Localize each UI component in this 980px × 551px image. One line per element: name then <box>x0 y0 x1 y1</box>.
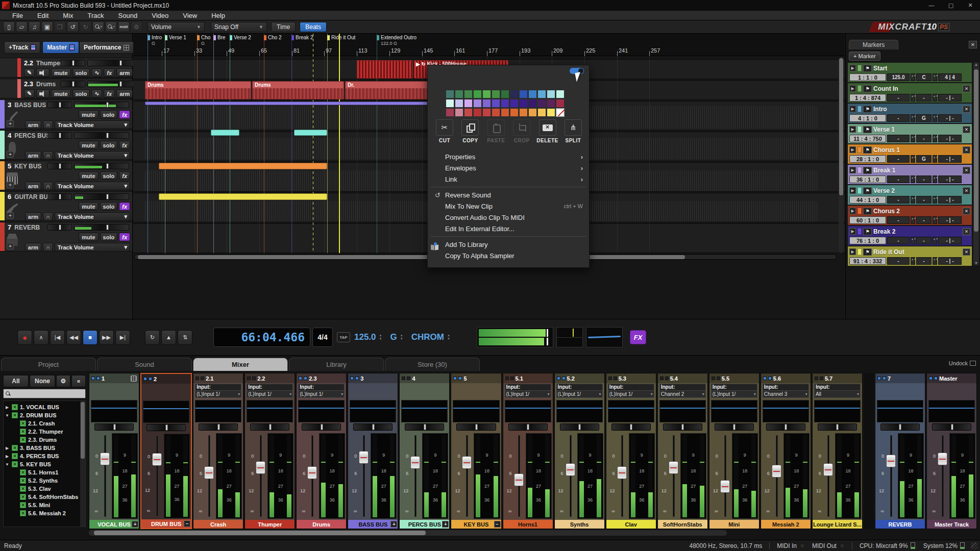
strip-name-label[interactable]: BASS BUS+ <box>348 520 398 529</box>
color-swatch[interactable] <box>474 99 481 107</box>
flag-icon[interactable]: ⚑ <box>863 187 872 194</box>
snap-dropdown[interactable]: Snap Off▼ <box>211 22 267 32</box>
ruler-marker-intro[interactable]: Intro <box>148 35 162 40</box>
channel-checkbox[interactable]: ✕ <box>20 420 26 427</box>
color-swatch[interactable] <box>501 109 509 116</box>
arm-button[interactable]: arm <box>25 151 41 160</box>
strip-name-label[interactable]: VOCAL BUS+ <box>89 520 139 529</box>
marker-signature-field[interactable]: - | - <box>938 216 962 224</box>
tempo-spinner[interactable]: ▲▼ <box>911 237 915 244</box>
channel-strip-5.7[interactable]: 5.7Input:All▾0612∞9182736Lounge Lizard S… <box>812 373 863 529</box>
strip-eq-display[interactable] <box>401 400 448 422</box>
track-volume-dropdown[interactable]: Track Volume▾ <box>55 243 130 252</box>
tree-item-2-2-thumper[interactable]: ✕2.2. Thumper <box>5 428 84 436</box>
channel-checkbox[interactable]: ✕ <box>20 429 26 435</box>
channel-checkbox[interactable]: ✕ <box>20 494 26 500</box>
volume-slider[interactable] <box>74 224 129 231</box>
marker-signature-field[interactable]: - | - <box>938 94 962 102</box>
marker-signature-field[interactable]: - | - <box>938 237 962 244</box>
pan-handle[interactable] <box>59 194 61 199</box>
marker-color-chip[interactable] <box>857 228 862 235</box>
channel-strip-master[interactable]: Master0612∞9182736Master Track <box>926 373 977 529</box>
strip-pan-slider[interactable] <box>715 423 754 431</box>
clip-drums[interactable]: Drums <box>252 81 344 99</box>
volume-fader[interactable] <box>255 433 266 519</box>
key-spinner[interactable]: ▲▼ <box>933 237 937 244</box>
marker-delete-button[interactable]: ✕ <box>963 187 970 194</box>
cut-button[interactable]: ✂CUT <box>433 119 456 143</box>
tree-item-2-3-drums[interactable]: ✕2.3. Drums <box>5 436 84 444</box>
master-track-button[interactable]: Master <box>42 41 79 54</box>
marker-tempo-field[interactable]: - <box>887 155 910 163</box>
volume-slider[interactable] <box>74 163 129 169</box>
strip-name-label[interactable]: Horns1 <box>503 520 553 529</box>
strip-name-label[interactable]: Synths <box>555 520 604 529</box>
marker-key-field[interactable]: - <box>916 216 932 224</box>
fx-button[interactable]: fx <box>119 202 130 211</box>
redo-icon[interactable]: ↻ <box>80 21 91 32</box>
flag-icon[interactable]: ⚑ <box>863 228 872 235</box>
volume-fader[interactable] <box>461 433 473 519</box>
pan-slider[interactable] <box>61 81 85 87</box>
fader-handle[interactable] <box>152 453 162 466</box>
lock-icon[interactable]: ∩ <box>43 182 53 190</box>
color-swatch[interactable] <box>538 99 546 107</box>
key-spinner[interactable]: ▲▼ <box>933 73 937 81</box>
color-swatch[interactable] <box>547 90 555 98</box>
volume-fader[interactable] <box>937 433 948 519</box>
tempo-spinner[interactable]: ▲▼ <box>911 73 915 81</box>
mute-button[interactable]: mute <box>51 89 70 98</box>
marker-color-chip[interactable] <box>857 106 862 112</box>
import-audio-icon[interactable]: ♫ <box>29 21 40 32</box>
strip-name-label[interactable]: PERCS BUS+ <box>400 520 449 529</box>
pan-handle[interactable] <box>899 424 901 430</box>
color-swatch[interactable] <box>446 90 454 98</box>
add-subtrack-button[interactable]: + <box>7 182 14 188</box>
menu-item-edit-in-external-editor-[interactable]: Edit In External Editor... <box>428 223 589 234</box>
marker-delete-button[interactable]: ✕ <box>963 85 970 92</box>
color-swatch[interactable] <box>455 109 463 116</box>
color-swatch[interactable] <box>520 90 527 98</box>
strip-pan-slider[interactable] <box>302 423 341 431</box>
strip-pan-slider[interactable] <box>508 423 548 431</box>
tree-down-arrow-icon[interactable]: ▼ <box>5 413 10 418</box>
volume-slider[interactable] <box>74 193 129 200</box>
new-project-icon[interactable]: ▯ <box>3 21 15 32</box>
zoom-out-icon[interactable]: − <box>105 21 117 32</box>
strip-pan-slider[interactable] <box>818 423 857 431</box>
pan-handle[interactable] <box>165 424 168 431</box>
track-row-3[interactable]: 3BASS BUSmutesolofxarm∩Track Volume▾+ <box>0 99 132 129</box>
marker-key-field[interactable]: - <box>916 94 932 102</box>
channel-strip-5.4[interactable]: 5.4Input:Channel 2▾0612∞9182736SoftHornS… <box>657 373 708 529</box>
flag-icon[interactable]: ⚑ <box>863 85 872 92</box>
strip-name-label[interactable]: DRUM BUS− <box>141 519 191 528</box>
volume-fader[interactable] <box>617 433 628 519</box>
color-swatch[interactable] <box>501 90 509 98</box>
strip-eq-display[interactable] <box>195 400 241 422</box>
color-swatch[interactable] <box>492 109 500 116</box>
track-row-6[interactable]: 6GUITAR BUSmutesolofxarm∩Track Volume▾+ <box>0 191 132 221</box>
marker-expand-button[interactable]: ▶ <box>849 65 856 71</box>
channel-checkbox[interactable]: ✕ <box>12 404 18 410</box>
pan-slider[interactable] <box>47 193 72 200</box>
marker-expand-button[interactable]: ▶ <box>849 228 856 235</box>
tree-right-arrow-icon[interactable]: ▶ <box>5 446 10 450</box>
strip-eq-display[interactable] <box>453 400 499 422</box>
track-volume-dropdown[interactable]: Track Volume▾ <box>55 151 130 160</box>
marker-signature-field[interactable]: 4 | 4 <box>938 73 962 81</box>
menu-item-envelopes[interactable]: Envelopes› <box>428 162 589 173</box>
automation-button[interactable]: ⇅ <box>178 330 192 345</box>
color-swatch[interactable] <box>501 99 509 107</box>
volume-handle[interactable] <box>106 194 109 199</box>
marker-time-field[interactable]: 36 : 1 : 0 <box>849 176 886 183</box>
tree-item-5-key-bus[interactable]: ▼✕5. KEY BUS <box>5 460 84 468</box>
color-swatch[interactable] <box>455 90 463 98</box>
ruler-marker-cho[interactable]: Cho <box>197 35 210 40</box>
pan-handle[interactable] <box>59 163 61 169</box>
split-button[interactable]: ⋔SPLIT <box>561 119 585 143</box>
channel-checkbox[interactable]: ✕ <box>12 412 18 418</box>
channel-strip-5.1[interactable]: 5.1Input:(L)Input 1/▾0612∞9182736Horns1 <box>503 373 553 529</box>
mute-button[interactable]: mute <box>79 202 98 211</box>
marker-tempo-field[interactable]: - <box>887 257 910 265</box>
beats-mode-button[interactable]: Beats <box>300 22 327 32</box>
